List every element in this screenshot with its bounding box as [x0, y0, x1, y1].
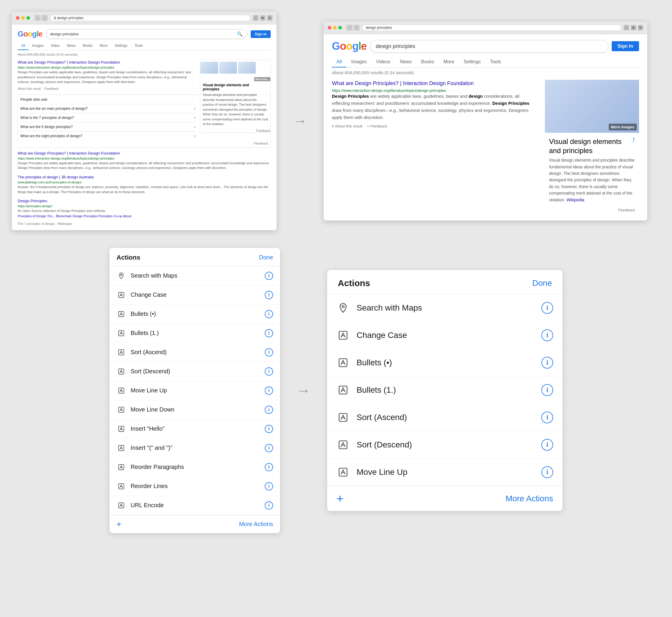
paa-item-3[interactable]: What are the eight principles of design?… — [20, 131, 196, 141]
tab-video-left[interactable]: Video — [47, 42, 63, 50]
info-button-r-5[interactable]: i — [541, 439, 553, 451]
close-button[interactable] — [16, 16, 19, 20]
info-button-2[interactable]: i — [265, 310, 273, 318]
paa-feedback[interactable]: Feedback — [20, 141, 268, 145]
bookmark-icon-right[interactable]: ⊕ — [631, 25, 636, 30]
action-item-move-line-down[interactable]: Move Line Down i — [109, 400, 280, 419]
wikipedia-link[interactable]: Wikipedia — [566, 198, 584, 202]
result3-title-left[interactable]: The principles of design | JB design Aus… — [18, 175, 271, 180]
info-button-r-4[interactable]: i — [541, 412, 553, 423]
share-icon[interactable]: ↑ — [253, 15, 258, 21]
action-item-reorder-lines[interactable]: Reorder Lines i — [109, 477, 280, 496]
share-icon-right[interactable]: ↑ — [624, 25, 629, 30]
result4-title-left[interactable]: Design Principles — [18, 198, 271, 204]
tab-all-right[interactable]: All — [332, 57, 347, 67]
action-item-insert-hello[interactable]: Insert "Hello" i — [109, 419, 280, 439]
action-item-r-move-line-up[interactable]: Move Line Up i — [327, 459, 563, 486]
reload-icon-right[interactable]: ↻ — [638, 25, 643, 30]
about-result-link-right[interactable]: ≡ About this result — [332, 124, 362, 128]
more-actions-button-right[interactable]: More Actions — [506, 494, 553, 503]
action-item-bullets-dot[interactable]: Bullets (•) i — [109, 305, 280, 324]
more-actions-button-left[interactable]: More Actions — [239, 521, 273, 528]
tab-news-right[interactable]: News — [395, 57, 416, 67]
back-button[interactable]: ‹ — [35, 15, 41, 21]
action-item-move-line-up[interactable]: Move Line Up i — [109, 381, 280, 400]
action-item-r-bullets-num[interactable]: Bullets (1.) i — [327, 377, 563, 404]
action-item-r-sort-descend[interactable]: Sort (Descend) i — [327, 431, 563, 459]
info-button-r-1[interactable]: i — [541, 330, 553, 341]
info-button-r-0[interactable]: i — [541, 302, 553, 314]
info-button-r-6[interactable]: i — [541, 466, 553, 478]
action-item-r-bullets-dot[interactable]: Bullets (•) i — [327, 349, 563, 377]
reload-icon[interactable]: ↻ — [267, 15, 273, 21]
tab-settings-left[interactable]: Settings — [111, 42, 131, 50]
info-button-12[interactable]: i — [265, 501, 273, 509]
info-button-9[interactable]: i — [265, 444, 273, 452]
paa-item-0[interactable]: What are the six main principles of desi… — [20, 104, 196, 113]
info-button-0[interactable]: i — [265, 272, 273, 280]
tab-images-left[interactable]: Images — [29, 42, 47, 50]
action-item-r-search-with-maps[interactable]: Search with Maps i — [327, 294, 563, 322]
action-item-sort-ascend[interactable]: Sort (Ascend) i — [109, 343, 280, 362]
tab-images-right[interactable]: Images — [347, 57, 371, 67]
tab-more-left[interactable]: More — [96, 42, 111, 50]
info-button-10[interactable]: i — [265, 463, 273, 471]
tab-more-right[interactable]: More — [439, 57, 459, 67]
kp-feedback-left[interactable]: Feedback — [200, 129, 270, 133]
info-button-6[interactable]: i — [265, 387, 273, 395]
back-button-right[interactable]: ‹ — [347, 25, 352, 31]
action-item-bullets-num[interactable]: Bullets (1.) i — [109, 324, 280, 343]
forward-button[interactable]: › — [42, 15, 48, 21]
minimize-button[interactable] — [21, 16, 25, 20]
info-button-r-2[interactable]: i — [541, 357, 553, 369]
action-item-change-case[interactable]: Change Case i — [109, 285, 280, 305]
fullscreen-button[interactable] — [26, 16, 30, 20]
info-button-4[interactable]: i — [265, 348, 273, 357]
tab-videos-right[interactable]: Videos — [371, 57, 395, 67]
search-icon-left[interactable]: 🔍 — [237, 31, 243, 37]
info-button-5[interactable]: i — [265, 367, 273, 376]
result2-title-left[interactable]: What are Design Principles? | Interactio… — [18, 151, 271, 156]
address-bar-right[interactable]: design principles — [362, 24, 621, 31]
add-button-right[interactable]: + — [337, 493, 343, 504]
forward-button-right[interactable]: › — [354, 25, 360, 31]
info-button-r-3[interactable]: i — [541, 384, 553, 396]
info-button-1[interactable]: i — [265, 291, 273, 299]
feedback-link-right[interactable]: = Feedback — [367, 124, 387, 128]
info-button-8[interactable]: i — [265, 425, 273, 433]
add-button-left[interactable]: + — [116, 520, 121, 529]
more-images-label[interactable]: More images — [609, 124, 637, 131]
action-item-r-change-case[interactable]: Change Case i — [327, 322, 563, 349]
share-icon-kp[interactable]: ⤴ — [632, 133, 639, 144]
tab-news-left[interactable]: News — [63, 42, 79, 50]
fullscreen-button-right[interactable] — [338, 26, 342, 29]
tab-tools-left[interactable]: Tools — [131, 42, 146, 50]
action-item-sort-descend[interactable]: Sort (Descend) i — [109, 362, 280, 381]
about-result-link[interactable]: About this result — [18, 87, 41, 90]
close-button-right[interactable] — [328, 26, 331, 29]
tab-books-left[interactable]: Books — [79, 42, 96, 50]
tab-books-right[interactable]: Books — [416, 57, 439, 67]
sign-in-button-right[interactable]: Sign In — [612, 41, 639, 51]
info-button-11[interactable]: i — [265, 482, 273, 490]
info-button-7[interactable]: i — [265, 406, 273, 414]
kp-feedback-right[interactable]: Feedback — [545, 207, 639, 215]
action-done-right[interactable]: Done — [532, 278, 552, 288]
action-item-url-encode[interactable]: URL Encode i — [109, 496, 280, 515]
result4-links-left[interactable]: Principles of Design Tim... Blockchain D… — [18, 214, 271, 218]
minimize-button-right[interactable] — [333, 26, 337, 29]
sign-in-button-left[interactable]: Sign in — [251, 30, 271, 38]
address-bar-left[interactable]: & design principles — [50, 15, 251, 21]
paa-item-1[interactable]: What is the 7 principles of design? › — [20, 113, 196, 122]
tab-tools-right[interactable]: Tools — [485, 57, 506, 67]
bookmark-icon[interactable]: ⊕ — [260, 15, 265, 21]
action-item-insert-parens[interactable]: Insert "(" and ")" i — [109, 439, 280, 458]
action-item-reorder-paragraphs[interactable]: Reorder Paragraphs i — [109, 458, 280, 477]
action-done-left[interactable]: Done — [259, 254, 273, 261]
paa-item-2[interactable]: What are the 5 design principles? › — [20, 122, 196, 131]
search-bar-right[interactable]: design principles — [370, 40, 608, 53]
tab-all-left[interactable]: All — [18, 42, 29, 50]
info-button-3[interactable]: i — [265, 329, 273, 337]
tab-settings-right[interactable]: Settings — [459, 57, 485, 67]
action-item-search-with-maps[interactable]: Search with Maps i — [109, 266, 280, 285]
